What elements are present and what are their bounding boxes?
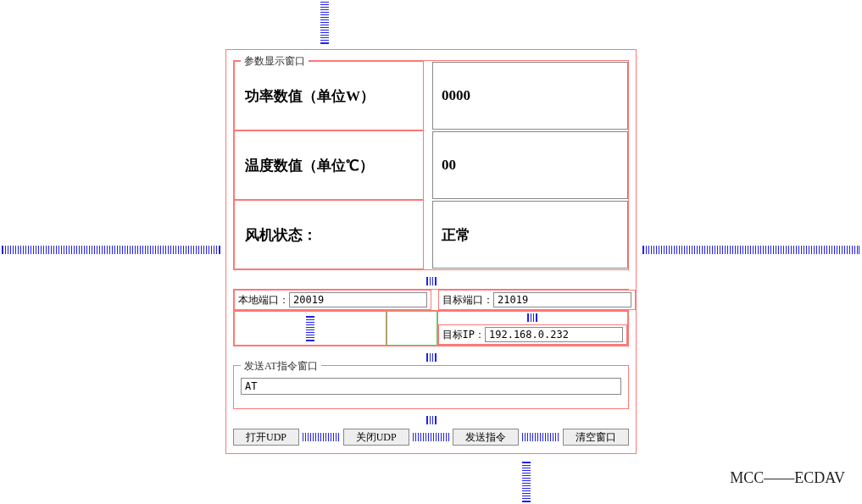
splitter-1[interactable] <box>233 277 629 287</box>
splitter-ports-v[interactable] <box>306 316 314 341</box>
resize-handle-right[interactable] <box>642 246 859 254</box>
local-port-input[interactable] <box>289 292 427 307</box>
resize-handle-top[interactable] <box>320 2 329 44</box>
target-ip-field: 目标IP： <box>438 324 627 345</box>
resize-handle-bottom[interactable] <box>522 462 531 502</box>
btn-spacer-2[interactable] <box>413 433 450 441</box>
resize-handle-left[interactable] <box>2 246 220 254</box>
btn-spacer-3[interactable] <box>522 433 559 441</box>
btn-spacer-1[interactable] <box>303 433 340 441</box>
at-group: 发送AT指令窗口 <box>233 365 629 409</box>
at-group-title: 发送AT指令窗口 <box>241 359 321 374</box>
at-input[interactable] <box>241 378 621 395</box>
splitter-3[interactable] <box>233 416 629 426</box>
params-labels-column: 功率数值（单位W） 温度数值（单位℃） 风机状态： <box>234 61 424 269</box>
clear-window-button[interactable]: 清空窗口 <box>563 429 629 446</box>
ports-right-box: 目标IP： <box>437 311 628 346</box>
fan-value: 正常 <box>432 201 628 269</box>
params-values-column: 0000 00 正常 <box>432 61 628 269</box>
target-port-input[interactable] <box>493 292 631 307</box>
local-port-field: 本地端口： <box>234 290 431 310</box>
ports-left-empty <box>234 311 387 346</box>
open-udp-button[interactable]: 打开UDP <box>233 429 299 446</box>
fan-label: 风机状态： <box>234 200 424 269</box>
button-row: 打开UDP 关闭UDP 发送指令 清空窗口 <box>233 428 629 446</box>
power-label: 功率数值（单位W） <box>234 61 424 130</box>
footer-label: MCC——ECDAV <box>730 469 845 487</box>
send-command-button[interactable]: 发送指令 <box>453 429 519 446</box>
temp-label: 温度数值（单位℃） <box>234 130 424 200</box>
target-port-label: 目标端口： <box>442 293 493 307</box>
local-port-label: 本地端口： <box>238 293 289 307</box>
ports-panel: 本地端口： 目标端口： 目标IP： <box>233 289 629 346</box>
close-udp-button[interactable]: 关闭UDP <box>343 429 409 446</box>
params-group: 参数显示窗口 功率数值（单位W） 温度数值（单位℃） 风机状态： 0000 00… <box>233 60 629 270</box>
params-group-title: 参数显示窗口 <box>241 54 309 69</box>
target-port-field: 目标端口： <box>438 290 636 310</box>
ports-mid-box <box>387 311 437 346</box>
temp-value: 00 <box>432 131 628 199</box>
power-value: 0000 <box>432 62 628 130</box>
target-ip-input[interactable] <box>485 327 623 342</box>
splitter-ports-right[interactable] <box>527 313 537 322</box>
main-panel: 参数显示窗口 功率数值（单位W） 温度数值（单位℃） 风机状态： 0000 00… <box>225 49 637 454</box>
target-ip-label: 目标IP： <box>442 328 485 342</box>
